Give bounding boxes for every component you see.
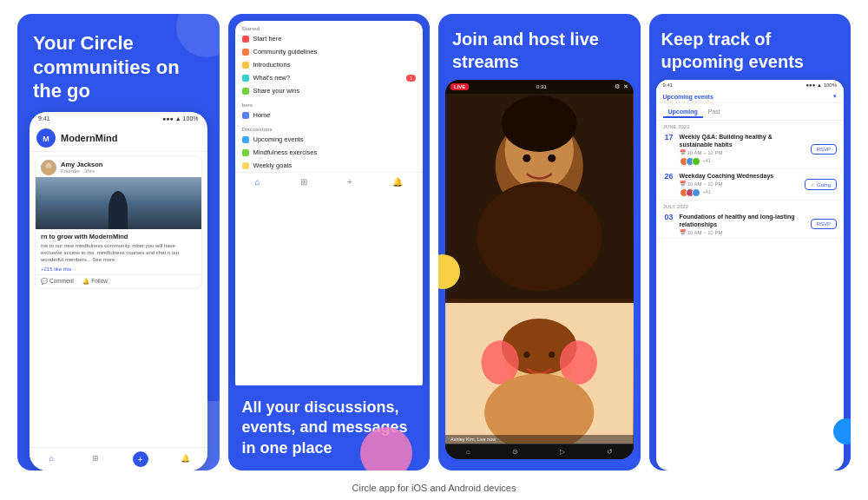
event-attendee-count: +41 (703, 158, 711, 163)
sb-nav-grid[interactable]: ⊞ (300, 177, 307, 187)
sidebar-item-row[interactable]: Mindfulness exercises (235, 146, 424, 159)
live-nav-home[interactable]: ⌂ (466, 448, 470, 456)
panel-events: Keep track of upcoming events 9:41 ●●● ▲… (649, 14, 852, 470)
panel4-heading-area: Keep track of upcoming events (649, 14, 852, 80)
sidebar-item-row[interactable]: Introductions (235, 58, 424, 71)
svg-point-18 (481, 340, 518, 385)
calendar-icon: 📅 (680, 149, 686, 155)
panel1-heading: Your Circle communities on the go (33, 31, 204, 103)
event-avatars-row: +41 (680, 155, 806, 166)
live-settings-icon[interactable]: ⚙ (615, 83, 620, 90)
footer: Circle app for iOS and Android devices (0, 477, 868, 500)
panel3-heading-area: Join and host live streams (438, 14, 641, 80)
svg-point-12 (548, 155, 556, 162)
event-item[interactable]: 17Weekly Q&A: Building healthy & sustain… (656, 130, 845, 169)
sidebar-item-row[interactable]: Home (235, 109, 424, 122)
svg-point-9 (477, 181, 602, 291)
sidebar-item-badge: 1 (406, 75, 416, 82)
sidebar-item-label: Community guidelines (253, 48, 318, 56)
panel4-heading: Keep track of upcoming events (661, 28, 839, 73)
tab-past[interactable]: Past (703, 107, 726, 118)
events-mockup: 9:41 ●●● ▲ 100% Upcoming events ▾ Upcomi… (656, 80, 845, 470)
sb-nav-home[interactable]: ⌂ (255, 177, 260, 187)
rsvp-button[interactable]: RSVP (811, 219, 837, 229)
sidebar-item-label: Mindfulness exercises (253, 148, 318, 156)
sidebar-item-color-dot (242, 36, 249, 43)
live-nav-compass[interactable]: ⊙ (512, 448, 518, 456)
sidebar-item-row[interactable]: Community guidelines (235, 45, 424, 58)
nav-grid-icon[interactable]: ⊞ (89, 451, 102, 465)
live-close-icon[interactable]: ✕ (623, 83, 628, 90)
sidebar-item-color-dot (242, 88, 249, 95)
sidebar-item-row[interactable]: What's new?1 (235, 71, 424, 84)
post-title: rn to grow with ModernMind (36, 229, 201, 242)
sidebar-item-row[interactable]: Share your wins (235, 84, 424, 97)
sidebar-item-row[interactable]: Start here (235, 32, 424, 45)
stream-label-bar: Ashley Kim, Live now (445, 435, 634, 444)
live-nav-play[interactable]: ▷ (560, 448, 565, 456)
panel-communities: Your Circle communities on the go 9:41 ●… (17, 14, 220, 470)
events-list: JUNE 202217Weekly Q&A: Building healthy … (656, 121, 845, 470)
stream-top-person (445, 80, 634, 303)
post-user-row: Amy Jackson Founder · 3hrs (36, 156, 201, 177)
events-header-title: Upcoming events (663, 94, 713, 100)
sidebar-item-color-dot (242, 62, 249, 69)
app-header-1: M ModernMind (30, 125, 207, 152)
sidebar-item-row[interactable]: Weekly goals (235, 159, 424, 172)
sidebar-item-color-dot (242, 162, 249, 169)
sb-nav-bell[interactable]: 🔔 (392, 177, 403, 187)
svg-point-11 (523, 155, 530, 162)
panel-discussions: StartedStart hereCommunity guidelinesInt… (228, 14, 431, 470)
calendar-icon: 📅 (680, 181, 686, 187)
sidebar-item-label: Introductions (253, 61, 291, 69)
svg-point-16 (523, 352, 529, 358)
tab-upcoming[interactable]: Upcoming (663, 107, 703, 118)
sidebar-item-label: What's new? (253, 74, 291, 82)
event-title: Weekday Coaching Wednesdays (680, 172, 800, 180)
event-title: Weekly Q&A: Building healthy & sustainab… (680, 133, 806, 148)
event-attendee-count: +41 (703, 189, 711, 194)
post-image (36, 177, 201, 229)
brand-avatar: M (36, 128, 56, 148)
svg-point-10 (502, 95, 577, 152)
sidebar-item-color-dot (242, 149, 249, 156)
stream-bottom-person: Ashley Kim, Live now (445, 303, 634, 444)
post-user-avatar (41, 160, 56, 175)
event-item[interactable]: 03Foundations of healthy and long-lastin… (656, 210, 845, 239)
sidebar-item-label: Home (253, 111, 271, 119)
live-stream-mockup: LIVE 0:31 ⚙ ✕ (445, 80, 634, 459)
rsvp-button[interactable]: RSVP (811, 144, 837, 155)
sidebar-item-color-dot (242, 136, 249, 143)
live-nav-bar: ⌂ ⊙ ▷ ↺ (445, 444, 634, 459)
sidebar-item-label: Start here (253, 35, 282, 43)
events-header-row: Upcoming events ▾ (656, 90, 845, 103)
sidebar-item-row[interactable]: Upcoming events (235, 133, 424, 146)
panel3-heading: Join and host live streams (452, 28, 627, 73)
follow-action[interactable]: 🔔 Follow (82, 278, 108, 285)
live-top-bar: LIVE 0:31 ⚙ ✕ (445, 80, 634, 94)
live-nav-refresh[interactable]: ↺ (607, 448, 613, 456)
sidebar-mockup: StartedStart hereCommunity guidelinesInt… (235, 21, 424, 385)
events-dropdown-icon[interactable]: ▾ (833, 93, 837, 100)
going-button[interactable]: ✓Going (805, 179, 837, 190)
comment-action[interactable]: 💬 Comment (41, 278, 74, 285)
going-label: Going (817, 182, 831, 188)
post-actions: 💬 Comment 🔔 Follow (36, 274, 201, 288)
svg-point-3 (46, 162, 52, 168)
event-time-text: 10 AM – 12 PM (687, 230, 723, 235)
svg-point-17 (549, 352, 555, 358)
sb-nav-plus[interactable]: + (347, 177, 352, 187)
nav-home-icon[interactable]: ⌂ (44, 451, 58, 465)
stream-host-label: Ashley Kim, Live now (450, 437, 496, 442)
post-likes: +215 like this (36, 266, 201, 274)
check-icon: ✓ (811, 181, 815, 188)
svg-point-4 (44, 168, 54, 175)
nav-plus-icon[interactable]: + (133, 451, 148, 467)
event-item[interactable]: 26Weekday Coaching Wednesdays📅10 AM – 12… (656, 169, 845, 201)
event-time-text: 10 AM – 12 PM (687, 150, 723, 155)
events-status-bar: 9:41 ●●● ▲ 100% (656, 80, 845, 90)
event-day-number: 26 (663, 172, 675, 181)
sidebar-section-header: bers (235, 97, 424, 109)
post-user-info: Amy Jackson Founder · 3hrs (61, 161, 102, 174)
sidebar-section-header: Discussions (235, 122, 424, 133)
